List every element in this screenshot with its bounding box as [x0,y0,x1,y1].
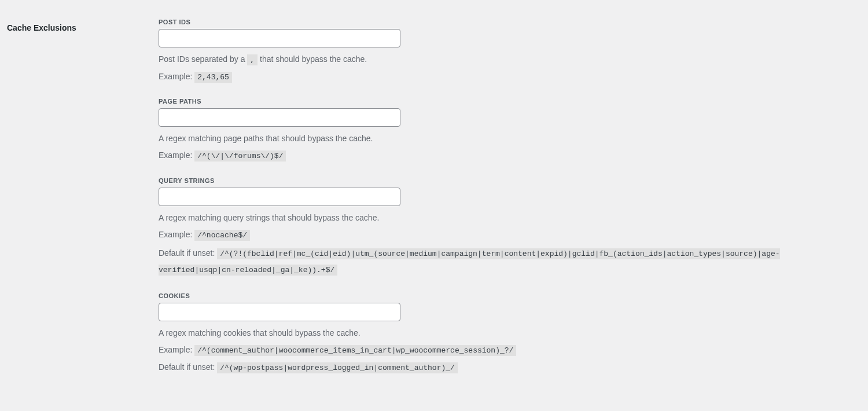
separator-code: , [247,54,258,65]
fields-column: POST IDS Post IDs separated by a , that … [159,19,868,388]
query-strings-input[interactable] [159,188,400,206]
post-ids-label: POST IDS [159,19,856,25]
cookies-default: Default if unset: /^(wp-postpass|wordpre… [159,361,856,374]
post-ids-input[interactable] [159,29,400,47]
post-ids-example: Example: 2,43,65 [159,71,856,83]
example-prefix: Example: [159,230,194,239]
default-prefix: Default if unset: [159,248,217,258]
query-strings-default: Default if unset: /^(?!(fbclid|ref|mc_(c… [159,245,856,277]
cookies-description: A regex matching cookies that should byp… [159,327,856,339]
example-code: 2,43,65 [194,72,232,83]
post-ids-description: Post IDs separated by a , that should by… [159,53,856,66]
cookies-label: COOKIES [159,292,856,299]
page-paths-input[interactable] [159,108,400,127]
page-paths-label: PAGE PATHS [159,98,856,105]
cookies-field: COOKIES A regex matching cookies that sh… [159,292,856,373]
example-code: /^nocache$/ [194,230,250,241]
page-paths-description: A regex matching page paths that should … [159,133,856,145]
cache-exclusions-section: Cache Exclusions POST IDS Post IDs separ… [0,0,868,388]
cookies-example: Example: /^(comment_author|woocommerce_i… [159,344,856,357]
default-prefix: Default if unset: [159,362,217,372]
page-paths-example: Example: /^(\/|\/forums\/)$/ [159,149,856,162]
example-prefix: Example: [159,151,194,160]
example-code: /^(\/|\/forums\/)$/ [194,151,286,162]
desc-text: that should bypass the cache. [258,54,367,64]
query-strings-label: QUERY STRINGS [159,177,856,184]
post-ids-field: POST IDS Post IDs separated by a , that … [159,19,856,83]
example-prefix: Example: [159,72,194,81]
desc-text: Post IDs separated by a [159,54,247,64]
section-title: Cache Exclusions [0,19,159,32]
query-strings-example: Example: /^nocache$/ [159,229,856,241]
cookies-input[interactable] [159,303,400,321]
query-strings-description: A regex matching query strings that shou… [159,212,856,224]
example-code: /^(comment_author|woocommerce_items_in_c… [194,345,516,356]
default-code: /^(wp-postpass|wordpress_logged_in|comme… [217,362,458,373]
query-strings-field: QUERY STRINGS A regex matching query str… [159,177,856,278]
example-prefix: Example: [159,345,194,354]
page-paths-field: PAGE PATHS A regex matching page paths t… [159,98,856,162]
default-code: /^(?!(fbclid|ref|mc_(cid|eid)|utm_(sourc… [159,248,780,276]
